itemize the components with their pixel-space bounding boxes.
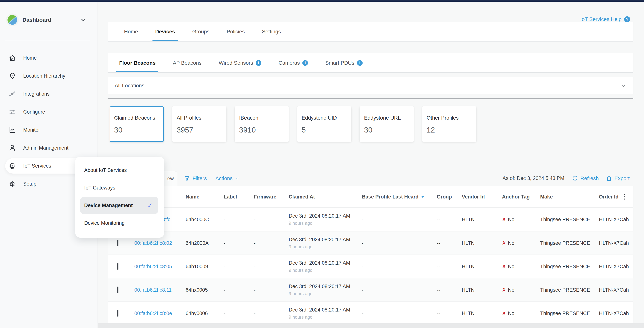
sidebar-item-location-hierarchy[interactable]: Location Hierarchy — [0, 67, 97, 85]
device-label: - — [224, 240, 226, 246]
anchor-tag: ✗No — [502, 310, 514, 316]
anchor-tag: ✗No — [502, 217, 514, 222]
sidebar-item-integrations[interactable]: Integrations — [0, 85, 97, 103]
export-button[interactable]: Export — [606, 176, 630, 182]
tab-settings[interactable]: Settings — [262, 22, 281, 41]
flyout-item-device-management[interactable]: Device Management ✓ — [80, 197, 158, 214]
base-profile-last-heard: - — [362, 263, 364, 269]
device-label: - — [224, 310, 226, 316]
actions-dropdown[interactable]: Actions — [215, 176, 240, 182]
x-mark-icon: ✗ — [502, 240, 506, 246]
card-ibeacon[interactable]: IBeacon 3910 — [234, 106, 289, 142]
vendor-id: HLTN — [462, 240, 475, 246]
tab-home[interactable]: Home — [124, 22, 138, 41]
mac-address-link[interactable]: 00:fa:b6:2f:c8:05 — [134, 263, 172, 269]
table-row: 00:fa:b6:2f:c8:05 64h10009 - - Dec 3rd, … — [108, 255, 633, 278]
filters-button[interactable]: Filters — [184, 176, 207, 182]
tab-smart-pdus[interactable]: Smart PDUsi — [325, 53, 362, 72]
device-firmware: - — [254, 263, 256, 269]
card-eddystone-uid[interactable]: Eddystone UID 5 — [297, 106, 351, 142]
app-switcher[interactable]: Dashboard — [8, 13, 91, 27]
refresh-button[interactable]: Refresh — [572, 176, 599, 182]
tab-ap-beacons[interactable]: AP Beacons — [173, 53, 202, 72]
tab-cameras[interactable]: Camerasi — [278, 53, 308, 72]
sliders-icon — [8, 108, 16, 116]
flyout-item-about-iot-services[interactable]: About IoT Services — [75, 161, 164, 179]
flyout-item-device-monitoring[interactable]: Device Monitoring — [75, 214, 164, 232]
info-icon[interactable]: i — [357, 60, 362, 66]
sidebar-item-admin-management[interactable]: Admin Management — [0, 139, 97, 157]
view-tab-partial[interactable]: ew — [164, 171, 177, 186]
device-make: Thingsee PRESENCE — [540, 310, 590, 316]
row-checkbox[interactable] — [117, 310, 118, 316]
sortable-column-base-profile[interactable]: Base Profile Last Heard — [362, 194, 424, 200]
sidebar-divider — [5, 41, 90, 41]
row-checkbox[interactable] — [117, 286, 118, 293]
device-make: Thingsee PRESENCE — [540, 217, 590, 222]
tab-wired-sensors[interactable]: Wired Sensorsi — [219, 53, 262, 72]
checkmark-icon: ✓ — [148, 202, 153, 209]
help-question-icon: ? — [624, 16, 630, 22]
sidebar-item-configure[interactable]: Configure — [0, 103, 97, 121]
x-mark-icon: ✗ — [502, 287, 506, 293]
device-group: -- — [437, 217, 440, 222]
card-other-profiles[interactable]: Other Profiles 12 — [422, 106, 476, 142]
device-name: 64h4000C — [186, 217, 209, 222]
info-icon[interactable]: i — [302, 60, 308, 66]
base-profile-last-heard: - — [362, 287, 364, 293]
claimed-at: Dec 3rd, 2024 08:20:17 AM9 hours ago — [289, 213, 350, 226]
spaces-logo-icon — [8, 15, 17, 25]
claimed-ago: 9 hours ago — [289, 244, 350, 249]
vendor-id: HLTN — [462, 287, 475, 293]
chevron-down-icon — [235, 176, 240, 181]
location-pin-icon — [8, 72, 16, 80]
column-settings-kebab-icon[interactable] — [624, 194, 625, 200]
chevron-down-icon[interactable] — [80, 17, 86, 23]
chevron-down-icon[interactable] — [620, 83, 626, 89]
device-label: - — [224, 217, 226, 222]
location-filter[interactable]: All Locations — [108, 77, 633, 94]
as-of-timestamp: As of: Dec 3, 2024 5:43 PM — [502, 176, 564, 181]
claimed-at: Dec 3rd, 2024 08:20:17 AM9 hours ago — [289, 307, 350, 320]
device-group: -- — [437, 240, 440, 246]
claimed-at: Dec 3rd, 2024 08:20:17 AM9 hours ago — [289, 260, 350, 273]
claimed-ago: 9 hours ago — [289, 314, 350, 320]
base-profile-last-heard: - — [362, 310, 364, 316]
tab-floor-beacons[interactable]: Floor Beacons — [119, 53, 156, 72]
claimed-at: Dec 3rd, 2024 08:20:17 AM9 hours ago — [289, 284, 350, 296]
order-id: HLTN-X7Cah — [599, 287, 629, 293]
mac-address-link[interactable]: 00:fa:b6:2f:c8:11 — [134, 287, 172, 293]
sort-desc-icon — [421, 196, 424, 198]
iot-services-help-link[interactable]: IoT Services Help ? — [580, 16, 630, 23]
device-firmware: - — [254, 287, 256, 293]
funnel-icon — [184, 176, 190, 181]
mac-address-link[interactable]: 00:fa:b6:2f:c8:0e — [134, 310, 172, 316]
row-checkbox[interactable] — [117, 240, 118, 246]
iot-services-flyout: About IoT Services IoT Gateways Device M… — [75, 157, 164, 238]
device-firmware: - — [254, 240, 256, 246]
device-type-tabs: Floor Beacons AP Beacons Wired Sensorsi … — [108, 53, 633, 73]
anchor-tag: ✗No — [502, 263, 514, 269]
home-icon — [8, 54, 16, 62]
row-checkbox[interactable] — [117, 263, 118, 270]
card-eddystone-url[interactable]: Eddystone URL 30 — [360, 106, 414, 142]
card-claimed-beacons[interactable]: Claimed Beacons 30 — [110, 106, 164, 142]
tab-devices[interactable]: Devices — [155, 22, 175, 41]
table-row: 00:fa:b6:2f:c8:0e 64hy0006 - - Dec 3rd, … — [108, 301, 633, 323]
top-navy-bar — [0, 0, 644, 2]
order-id: HLTN-X7Cah — [599, 240, 629, 246]
toolbar-left: Filters Actions — [184, 171, 240, 186]
tab-policies[interactable]: Policies — [226, 22, 244, 41]
flyout-item-iot-gateways[interactable]: IoT Gateways — [75, 179, 164, 197]
device-make: Thingsee PRESENCE — [540, 263, 590, 269]
x-mark-icon: ✗ — [502, 217, 506, 222]
sidebar-item-monitor[interactable]: Monitor — [0, 121, 97, 139]
sidebar-item-home[interactable]: Home — [0, 49, 97, 67]
page: Dashboard Home Location Hierarchy — [0, 0, 644, 328]
tab-groups[interactable]: Groups — [192, 22, 210, 41]
order-id: HLTN-X7Cah — [599, 310, 629, 316]
device-firmware: - — [254, 310, 256, 316]
mac-address-link[interactable]: 00:fa:b6:2f:c8:02 — [134, 240, 172, 246]
info-icon[interactable]: i — [256, 60, 262, 66]
card-all-profiles[interactable]: All Profiles 3957 — [172, 106, 226, 142]
